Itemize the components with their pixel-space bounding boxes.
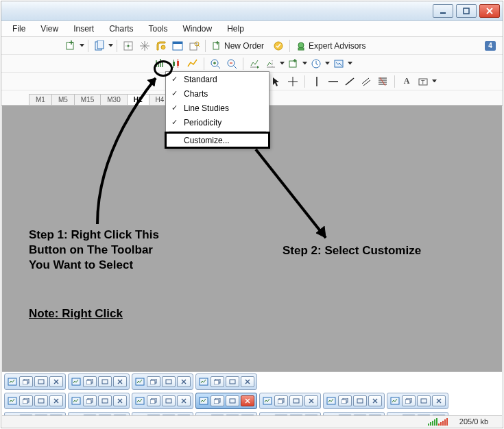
close-icon[interactable] <box>368 395 382 406</box>
restore-down-icon[interactable] <box>19 376 33 387</box>
close-icon[interactable] <box>49 376 63 387</box>
menu-window[interactable]: Window <box>176 23 219 35</box>
dropdown-icon[interactable] <box>108 43 113 48</box>
close-icon[interactable] <box>177 376 191 387</box>
window-close-button[interactable] <box>479 4 500 18</box>
cursor-icon[interactable] <box>269 74 284 89</box>
indicators-icon[interactable] <box>286 56 301 71</box>
dropdown-icon[interactable] <box>348 61 352 66</box>
restore-down-icon[interactable] <box>147 376 160 387</box>
vertical-line-icon[interactable] <box>309 74 324 89</box>
horizontal-line-icon[interactable] <box>326 74 341 89</box>
restore-down-icon[interactable] <box>211 395 224 406</box>
maximize-icon[interactable] <box>417 395 431 406</box>
minimized-chart-window[interactable] <box>68 373 130 390</box>
minimized-chart-window[interactable] <box>132 373 193 390</box>
close-icon[interactable] <box>113 395 127 406</box>
zoom-in-icon[interactable] <box>208 56 223 71</box>
menu-file[interactable]: File <box>5 23 32 35</box>
crosshair-icon[interactable] <box>285 74 300 89</box>
maximize-icon[interactable] <box>289 395 303 406</box>
fibonacci-icon[interactable] <box>375 74 390 89</box>
templates-icon[interactable] <box>331 56 346 71</box>
maximize-icon[interactable] <box>162 376 176 387</box>
close-icon[interactable] <box>49 395 63 406</box>
zoom-out-icon[interactable] <box>224 56 239 71</box>
close-icon[interactable] <box>113 376 127 387</box>
maximize-icon[interactable] <box>34 376 48 387</box>
minimized-chart-window[interactable] <box>4 373 66 390</box>
svg-rect-31 <box>86 380 91 384</box>
maximize-icon[interactable] <box>34 395 48 406</box>
maximize-icon[interactable] <box>226 395 239 406</box>
dropdown-icon[interactable] <box>432 79 437 84</box>
dropdown-icon[interactable] <box>325 61 330 66</box>
maximize-icon[interactable] <box>226 376 239 387</box>
dropdown-icon[interactable] <box>80 43 84 48</box>
text-label-icon[interactable]: T <box>416 74 431 89</box>
context-item-standard[interactable]: Standard <box>166 72 269 86</box>
window-minimize-button[interactable] <box>433 4 453 18</box>
close-icon[interactable] <box>241 376 254 387</box>
minimized-chart-window[interactable] <box>259 393 321 409</box>
profiles-icon[interactable] <box>92 38 107 53</box>
svg-rect-33 <box>136 378 144 385</box>
restore-down-icon[interactable] <box>338 395 352 406</box>
navigator-icon[interactable] <box>137 38 152 53</box>
data-window-icon[interactable] <box>154 38 169 53</box>
restore-down-icon[interactable] <box>83 376 97 387</box>
periodicity-icon[interactable] <box>309 56 324 71</box>
menu-insert[interactable]: Insert <box>67 23 101 35</box>
context-item-periodicity[interactable]: Periodicity <box>166 115 269 130</box>
minimized-chart-window[interactable] <box>68 393 130 409</box>
timeframe-tab-m1[interactable]: M1 <box>29 94 52 105</box>
market-watch-icon[interactable] <box>121 38 136 53</box>
svg-rect-63 <box>341 400 346 404</box>
timeframe-tab-m5[interactable]: M5 <box>51 94 75 105</box>
context-item-line-studies[interactable]: Line Studies <box>166 101 269 115</box>
close-icon[interactable] <box>304 395 318 406</box>
minimized-chart-window[interactable] <box>323 393 385 409</box>
restore-down-icon[interactable] <box>83 395 97 406</box>
auto-scroll-icon[interactable] <box>247 56 262 71</box>
maximize-icon[interactable] <box>98 395 112 406</box>
menu-tools[interactable]: Tools <box>142 23 175 35</box>
minimized-chart-window[interactable] <box>132 393 193 409</box>
minimized-chart-window[interactable] <box>4 393 66 409</box>
trendline-icon[interactable] <box>342 74 357 89</box>
svg-rect-15 <box>298 48 304 50</box>
close-icon[interactable] <box>432 395 446 406</box>
minimized-chart-window[interactable] <box>195 393 257 409</box>
restore-down-icon[interactable] <box>211 376 224 387</box>
chart-window-icon <box>198 376 209 387</box>
menu-help[interactable]: Help <box>220 23 251 35</box>
maximize-icon[interactable] <box>162 395 176 406</box>
line-chart-icon[interactable] <box>185 56 200 71</box>
restore-down-icon[interactable] <box>274 395 288 406</box>
terminal-icon[interactable] <box>170 38 185 53</box>
close-icon[interactable] <box>241 395 254 406</box>
channel-icon[interactable] <box>359 74 374 89</box>
close-icon[interactable] <box>177 395 191 406</box>
menu-charts[interactable]: Charts <box>102 23 140 35</box>
new-chart-icon[interactable] <box>63 38 78 53</box>
minimized-chart-window[interactable] <box>387 393 448 409</box>
minimized-chart-window[interactable] <box>195 373 257 390</box>
new-order-button[interactable]: New Order <box>209 38 269 53</box>
metaquotes-icon[interactable] <box>271 38 286 53</box>
restore-down-icon[interactable] <box>402 395 416 406</box>
dropdown-icon[interactable] <box>302 61 307 66</box>
chart-shift-icon[interactable] <box>263 56 278 71</box>
expert-advisors-button[interactable]: Expert Advisors <box>293 38 371 53</box>
text-icon[interactable]: A <box>399 74 414 89</box>
restore-down-icon[interactable] <box>147 395 160 406</box>
maximize-icon[interactable] <box>353 395 367 406</box>
window-maximize-button[interactable] <box>456 4 477 18</box>
context-item-charts[interactable]: Charts <box>166 86 269 101</box>
restore-down-icon[interactable] <box>19 395 33 406</box>
notification-badge[interactable]: 4 <box>485 41 496 51</box>
strategy-tester-icon[interactable] <box>187 38 202 53</box>
dropdown-icon[interactable] <box>280 61 285 66</box>
menu-view[interactable]: View <box>34 23 65 35</box>
maximize-icon[interactable] <box>98 376 112 387</box>
